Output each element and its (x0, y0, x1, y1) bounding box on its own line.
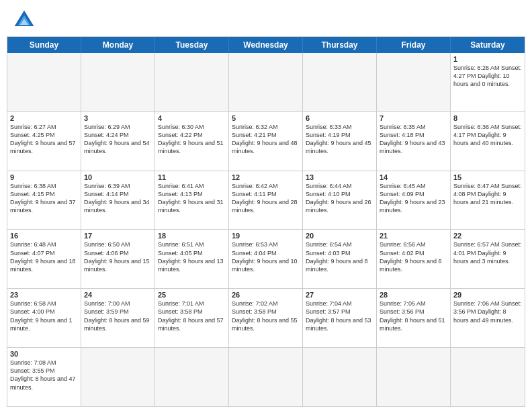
day-info: Sunrise: 6:58 AM Sunset: 4:00 PM Dayligh… (10, 300, 78, 332)
logo (12, 8, 40, 32)
day-cell: 6Sunrise: 6:33 AM Sunset: 4:19 PM Daylig… (303, 112, 377, 171)
day-header: Saturday (451, 37, 525, 53)
day-number: 8 (453, 114, 522, 122)
day-info: Sunrise: 6:56 AM Sunset: 4:02 PM Dayligh… (380, 240, 447, 273)
logo-icon (12, 8, 36, 32)
day-cell: 11Sunrise: 6:41 AM Sunset: 4:13 PM Dayli… (155, 171, 229, 230)
day-number: 21 (380, 232, 447, 240)
day-number: 23 (10, 291, 78, 299)
day-header: Tuesday (155, 37, 229, 53)
day-headers: SundayMondayTuesdayWednesdayThursdayFrid… (7, 37, 525, 53)
week-row: 1Sunrise: 6:26 AM Sunset: 4:27 PM Daylig… (7, 53, 525, 111)
day-cell (229, 348, 303, 406)
day-info: Sunrise: 6:32 AM Sunset: 4:21 PM Dayligh… (232, 123, 300, 156)
day-cell (303, 53, 377, 111)
day-cell: 27Sunrise: 7:04 AM Sunset: 3:57 PM Dayli… (303, 289, 377, 347)
day-cell (155, 348, 229, 406)
day-number: 12 (232, 173, 300, 181)
day-info: Sunrise: 6:50 AM Sunset: 4:06 PM Dayligh… (84, 240, 152, 273)
week-row: 2Sunrise: 6:27 AM Sunset: 4:25 PM Daylig… (7, 111, 525, 171)
day-cell: 30Sunrise: 7:08 AM Sunset: 3:55 PM Dayli… (7, 348, 81, 406)
day-number: 10 (84, 173, 152, 181)
day-info: Sunrise: 6:42 AM Sunset: 4:11 PM Dayligh… (232, 182, 300, 215)
day-cell (81, 53, 155, 111)
day-info: Sunrise: 6:54 AM Sunset: 4:03 PM Dayligh… (306, 240, 373, 273)
week-row: 16Sunrise: 6:48 AM Sunset: 4:07 PM Dayli… (7, 229, 525, 288)
week-row: 23Sunrise: 6:58 AM Sunset: 4:00 PM Dayli… (7, 288, 525, 347)
day-cell (155, 53, 229, 111)
day-cell: 29Sunrise: 7:06 AM Sunset: 3:56 PM Dayli… (451, 289, 525, 347)
day-cell: 16Sunrise: 6:48 AM Sunset: 4:07 PM Dayli… (7, 230, 81, 288)
day-number: 15 (453, 173, 522, 181)
day-cell: 8Sunrise: 6:36 AM Sunset: 4:17 PM Daylig… (451, 112, 525, 171)
day-cell: 26Sunrise: 7:02 AM Sunset: 3:58 PM Dayli… (229, 289, 303, 347)
day-number: 4 (158, 114, 226, 122)
day-number: 17 (84, 232, 152, 240)
day-number: 19 (232, 232, 300, 240)
day-number: 3 (84, 114, 152, 122)
day-cell: 18Sunrise: 6:51 AM Sunset: 4:05 PM Dayli… (155, 230, 229, 288)
day-info: Sunrise: 6:29 AM Sunset: 4:24 PM Dayligh… (84, 123, 152, 156)
day-cell: 14Sunrise: 6:45 AM Sunset: 4:09 PM Dayli… (377, 171, 451, 230)
day-info: Sunrise: 7:05 AM Sunset: 3:56 PM Dayligh… (380, 300, 447, 332)
day-info: Sunrise: 6:26 AM Sunset: 4:27 PM Dayligh… (453, 64, 522, 88)
day-info: Sunrise: 6:57 AM Sunset: 4:01 PM Dayligh… (453, 240, 522, 265)
week-row: 30Sunrise: 7:08 AM Sunset: 3:55 PM Dayli… (7, 347, 525, 406)
day-number: 28 (380, 291, 447, 299)
calendar: SundayMondayTuesdayWednesdayThursdayFrid… (7, 36, 525, 407)
day-cell: 19Sunrise: 6:53 AM Sunset: 4:04 PM Dayli… (229, 230, 303, 288)
week-row: 9Sunrise: 6:38 AM Sunset: 4:15 PM Daylig… (7, 171, 525, 230)
day-number: 30 (10, 350, 78, 358)
day-info: Sunrise: 6:44 AM Sunset: 4:10 PM Dayligh… (306, 182, 373, 215)
day-number: 26 (232, 291, 300, 299)
day-cell: 10Sunrise: 6:39 AM Sunset: 4:14 PM Dayli… (81, 171, 155, 230)
day-info: Sunrise: 7:08 AM Sunset: 3:55 PM Dayligh… (10, 359, 78, 392)
day-cell (229, 53, 303, 111)
day-number: 13 (306, 173, 373, 181)
day-number: 5 (232, 114, 300, 122)
day-cell: 17Sunrise: 6:50 AM Sunset: 4:06 PM Dayli… (81, 230, 155, 288)
day-cell: 3Sunrise: 6:29 AM Sunset: 4:24 PM Daylig… (81, 112, 155, 171)
day-cell: 13Sunrise: 6:44 AM Sunset: 4:10 PM Dayli… (303, 171, 377, 230)
day-number: 1 (453, 55, 522, 63)
day-number: 16 (10, 232, 78, 240)
weeks: 1Sunrise: 6:26 AM Sunset: 4:27 PM Daylig… (7, 53, 525, 406)
day-info: Sunrise: 6:48 AM Sunset: 4:07 PM Dayligh… (10, 240, 78, 273)
day-info: Sunrise: 6:33 AM Sunset: 4:19 PM Dayligh… (306, 123, 373, 156)
day-cell: 20Sunrise: 6:54 AM Sunset: 4:03 PM Dayli… (303, 230, 377, 288)
header (0, 0, 532, 36)
day-info: Sunrise: 6:36 AM Sunset: 4:17 PM Dayligh… (453, 123, 522, 147)
day-cell: 1Sunrise: 6:26 AM Sunset: 4:27 PM Daylig… (451, 53, 525, 111)
day-cell (451, 348, 525, 406)
day-cell: 15Sunrise: 6:47 AM Sunset: 4:08 PM Dayli… (451, 171, 525, 230)
day-header: Sunday (7, 37, 81, 53)
day-number: 24 (84, 291, 152, 299)
day-info: Sunrise: 6:35 AM Sunset: 4:18 PM Dayligh… (380, 123, 447, 156)
day-cell: 25Sunrise: 7:01 AM Sunset: 3:58 PM Dayli… (155, 289, 229, 347)
day-number: 14 (380, 173, 447, 181)
day-number: 6 (306, 114, 373, 122)
day-number: 7 (380, 114, 447, 122)
day-info: Sunrise: 7:04 AM Sunset: 3:57 PM Dayligh… (306, 300, 373, 332)
day-number: 20 (306, 232, 373, 240)
day-cell: 28Sunrise: 7:05 AM Sunset: 3:56 PM Dayli… (377, 289, 451, 347)
day-info: Sunrise: 6:30 AM Sunset: 4:22 PM Dayligh… (158, 123, 226, 156)
day-cell: 4Sunrise: 6:30 AM Sunset: 4:22 PM Daylig… (155, 112, 229, 171)
day-cell: 21Sunrise: 6:56 AM Sunset: 4:02 PM Dayli… (377, 230, 451, 288)
day-header: Monday (81, 37, 155, 53)
day-info: Sunrise: 7:00 AM Sunset: 3:59 PM Dayligh… (84, 300, 152, 332)
day-number: 11 (158, 173, 226, 181)
day-number: 9 (10, 173, 78, 181)
day-cell (7, 53, 81, 111)
page: SundayMondayTuesdayWednesdayThursdayFrid… (0, 0, 532, 411)
day-number: 29 (453, 291, 522, 299)
day-info: Sunrise: 7:02 AM Sunset: 3:58 PM Dayligh… (232, 300, 300, 332)
day-info: Sunrise: 6:38 AM Sunset: 4:15 PM Dayligh… (10, 182, 78, 215)
day-cell (377, 348, 451, 406)
day-info: Sunrise: 6:41 AM Sunset: 4:13 PM Dayligh… (158, 182, 226, 215)
day-header: Friday (377, 37, 451, 53)
day-info: Sunrise: 6:53 AM Sunset: 4:04 PM Dayligh… (232, 240, 300, 273)
day-cell: 24Sunrise: 7:00 AM Sunset: 3:59 PM Dayli… (81, 289, 155, 347)
day-cell (377, 53, 451, 111)
day-cell: 23Sunrise: 6:58 AM Sunset: 4:00 PM Dayli… (7, 289, 81, 347)
